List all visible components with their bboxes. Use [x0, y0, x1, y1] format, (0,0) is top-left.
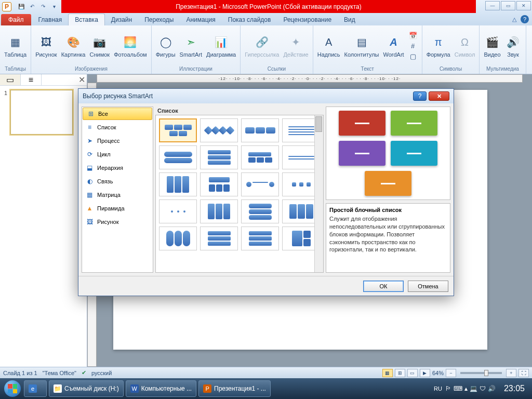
slidenum-button[interactable]: #	[408, 41, 418, 50]
tab-insert[interactable]: Вставка	[68, 14, 105, 25]
qat-customize-icon[interactable]: ▾	[49, 2, 59, 11]
zoom-in-button[interactable]: +	[506, 369, 516, 377]
dialog-help-button[interactable]: ?	[413, 91, 427, 101]
tray-shield-icon[interactable]: 🛡	[480, 385, 486, 392]
layout-item[interactable]	[159, 172, 197, 196]
layout-item[interactable]	[241, 227, 279, 250]
headerfooter-button[interactable]: ▤Колонтитулы	[344, 34, 379, 58]
tray-lang[interactable]: RU	[434, 385, 442, 392]
tab-view[interactable]: Вид	[338, 14, 362, 25]
picture-button[interactable]: 🖼Рисунок	[35, 34, 57, 58]
tab-home[interactable]: Главная	[32, 14, 69, 25]
category-list[interactable]: ≡Список	[82, 121, 153, 134]
dialog-titlebar[interactable]: Выбор рисунка SmartArt ? ✕	[78, 89, 454, 103]
file-tab[interactable]: Файл	[1, 14, 31, 25]
category-matrix[interactable]: ▦Матрица	[82, 188, 153, 202]
tab-slideshow[interactable]: Показ слайдов	[222, 14, 277, 25]
maximize-button[interactable]: ▭	[501, 1, 515, 10]
category-pyramid[interactable]: ▲Пирамида	[82, 202, 153, 215]
layout-item[interactable]	[200, 172, 238, 196]
layout-item[interactable]	[159, 118, 197, 142]
tray-clock[interactable]: 23:05	[504, 384, 525, 393]
zoom-slider-thumb[interactable]	[484, 370, 488, 376]
minimize-button[interactable]: —	[485, 1, 500, 10]
layout-item[interactable]	[200, 200, 238, 223]
view-reading-button[interactable]: ▭	[407, 369, 418, 377]
spellcheck-icon[interactable]: ✔	[82, 369, 86, 376]
help-icon[interactable]: ?	[521, 15, 529, 23]
dialog-close-button[interactable]: ✕	[429, 91, 449, 101]
chart-button[interactable]: 📊Диаграмма	[206, 34, 236, 58]
tab-animations[interactable]: Анимация	[180, 14, 221, 25]
view-sorter-button[interactable]: ⊞	[395, 369, 405, 377]
layout-item[interactable]	[241, 172, 279, 196]
table-button[interactable]: ▦ Таблица	[4, 34, 26, 58]
gallery-scroll[interactable]	[155, 115, 324, 273]
symbol-button[interactable]: ΩСимвол	[455, 34, 475, 58]
layout-item[interactable]	[241, 200, 279, 223]
category-relationship[interactable]: ◐Связь	[82, 175, 153, 188]
view-normal-button[interactable]: ▦	[382, 369, 393, 377]
tray-flag-icon[interactable]: 🏳	[445, 385, 451, 392]
close-button[interactable]: ✕	[516, 1, 531, 10]
scrollbar-thumb[interactable]	[315, 116, 322, 132]
tab-review[interactable]: Рецензирование	[277, 14, 338, 25]
panel-close-icon[interactable]: ✕	[76, 74, 87, 85]
audio-button[interactable]: 🔊Звук	[505, 34, 522, 58]
category-process[interactable]: ➤Процесс	[82, 134, 153, 148]
layout-item[interactable]	[159, 200, 197, 223]
date-button[interactable]: 📅	[408, 31, 418, 40]
hyperlink-button[interactable]: 🔗Гиперссылка	[245, 34, 279, 58]
gallery-scrollbar[interactable]	[314, 115, 323, 272]
zoom-slider[interactable]	[460, 372, 502, 374]
action-button[interactable]: ✦Действие	[283, 34, 308, 58]
panel-tab-slides[interactable]: ▭	[0, 74, 21, 85]
zoom-out-button[interactable]: −	[446, 369, 456, 377]
status-language[interactable]: русский	[91, 370, 112, 376]
category-all[interactable]: ⊞Все	[83, 108, 152, 120]
textbox-button[interactable]: AНадпись	[317, 34, 340, 58]
layout-item[interactable]	[241, 118, 279, 142]
equation-button[interactable]: πФормула	[427, 34, 450, 58]
tray-up-icon[interactable]: ▴	[464, 385, 468, 392]
tray-keyboard-icon[interactable]: ⌨	[454, 385, 462, 392]
qat-save-icon[interactable]: 💾	[17, 2, 26, 11]
object-button[interactable]: ▢	[408, 51, 418, 61]
taskbar-item-powerpoint[interactable]: PПрезентация1 - ...	[198, 380, 271, 397]
layout-item[interactable]	[200, 227, 238, 250]
ok-button[interactable]: ОК	[363, 281, 404, 292]
shapes-button[interactable]: ◯Фигуры	[156, 34, 176, 58]
layout-item[interactable]	[159, 227, 197, 250]
smartart-button[interactable]: ➣SmartArt	[180, 34, 202, 58]
clipart-button[interactable]: 🎨Картинка	[61, 34, 86, 58]
album-button[interactable]: 🌅Фотоальбом	[114, 34, 147, 58]
tray-net-icon[interactable]: 💻	[470, 385, 477, 392]
taskbar-item-ie[interactable]: e	[24, 380, 47, 397]
taskbar-item-word[interactable]: WКомпьютерные ...	[126, 380, 196, 397]
layout-item[interactable]	[200, 145, 238, 169]
zoom-value[interactable]: 64%	[432, 370, 444, 376]
video-button[interactable]: 🎬Видео	[484, 34, 500, 58]
layout-item[interactable]	[159, 145, 197, 169]
start-button[interactable]	[2, 378, 23, 399]
layout-description: Служит для отображения непоследовательны…	[329, 215, 447, 254]
tab-transitions[interactable]: Переходы	[138, 14, 180, 25]
qat-undo-icon[interactable]: ↶	[28, 2, 37, 11]
fit-button[interactable]: ⛶	[518, 369, 529, 377]
qat-redo-icon[interactable]: ↷	[38, 2, 48, 11]
category-picture[interactable]: 🖼Рисунок	[82, 215, 153, 229]
tray-vol-icon[interactable]: 🔊	[488, 385, 496, 392]
layout-item[interactable]	[200, 118, 238, 142]
wordart-button[interactable]: AWordArt	[383, 34, 404, 58]
category-cycle[interactable]: ⟳Цикл	[82, 148, 153, 161]
taskbar-item-drive[interactable]: 📁Съемный диск (H:)	[49, 380, 124, 397]
panel-tab-outline[interactable]: ≡	[21, 74, 42, 85]
category-hierarchy[interactable]: ⬓Иерархия	[82, 161, 153, 175]
cancel-button[interactable]: Отмена	[408, 281, 448, 292]
screenshot-button[interactable]: 📷Снимок	[89, 34, 110, 58]
view-slideshow-button[interactable]: ▶	[420, 369, 430, 377]
tab-design[interactable]: Дизайн	[105, 14, 138, 25]
slide-thumbnail[interactable]	[10, 90, 73, 135]
layout-item[interactable]	[241, 145, 279, 169]
minimize-ribbon-icon[interactable]: △	[510, 15, 518, 23]
